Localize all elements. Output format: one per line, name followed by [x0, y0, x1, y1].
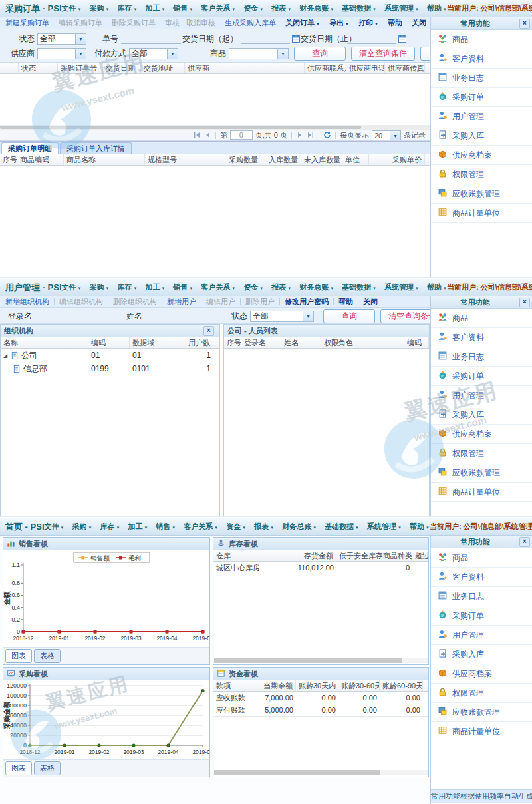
column-header[interactable]: 规格型号 — [145, 154, 219, 165]
toolbar-button[interactable]: 生成采购入库单 — [221, 18, 279, 28]
menu-item[interactable]: 文件 — [62, 3, 82, 13]
first-page-icon[interactable] — [193, 131, 201, 139]
prev-page-icon[interactable] — [203, 131, 211, 139]
toolbar-button[interactable]: 新增组织机构 — [2, 297, 53, 307]
column-header[interactable]: 权限角色 — [321, 337, 404, 348]
sidebar-item[interactable]: 商品计量单位 — [431, 483, 532, 502]
sidebar-item[interactable]: 采购订单 — [431, 606, 532, 626]
sidebar-item[interactable]: 商品计量单位 — [431, 722, 532, 741]
menu-item[interactable]: 资金 — [243, 282, 263, 292]
menu-item[interactable]: 采购 — [89, 282, 109, 292]
toolbar-button[interactable]: 导出 — [326, 18, 352, 28]
column-header[interactable]: 当期余额 — [253, 680, 296, 691]
per-page-select[interactable]: 20 — [372, 130, 401, 140]
menu-item[interactable]: 帮助 — [427, 3, 447, 13]
column-header[interactable]: 账龄30-60天 — [338, 680, 380, 691]
column-header[interactable]: 编码 — [404, 337, 429, 348]
column-header[interactable]: 商品编码 — [17, 154, 64, 165]
menu-item[interactable]: 客户关系 — [201, 282, 235, 292]
column-header[interactable]: 用户数 — [172, 337, 213, 348]
scrollbar-thumb[interactable] — [0, 126, 361, 129]
column-header[interactable]: 账龄30天内 — [296, 680, 338, 691]
sidebar-item[interactable]: 采购订单 — [431, 88, 532, 107]
column-header[interactable]: 数据域 — [130, 337, 172, 348]
search-button[interactable]: 查询 — [323, 309, 375, 323]
column-header[interactable]: 交货地址 — [141, 63, 185, 73]
menu-item[interactable]: 财务总账 — [282, 522, 317, 532]
toolbar-button[interactable]: 新增用户 — [164, 297, 200, 307]
column-header[interactable]: 供应商 — [185, 63, 305, 73]
sidebar-item[interactable]: 应收账款管理 — [431, 463, 532, 483]
product-select[interactable] — [229, 48, 289, 59]
toolbar-button[interactable]: 关闭 — [408, 18, 430, 28]
sidebar-item[interactable]: 客户资料 — [431, 49, 532, 69]
menu-item[interactable]: 加工 — [145, 282, 165, 292]
column-header[interactable]: 序号 — [224, 337, 241, 348]
tree-expand-icon[interactable] — [3, 353, 11, 359]
menu-item[interactable]: 加工 — [145, 3, 165, 13]
status-select[interactable]: 全部 — [250, 311, 314, 322]
clear-query-button[interactable]: 清空查询条件 — [351, 47, 415, 61]
sidebar-item[interactable]: 用户管理 — [431, 107, 532, 126]
column-header[interactable]: 采购数量 — [219, 154, 261, 165]
column-header[interactable]: 低于安全库存商品种类数 — [336, 550, 412, 561]
menu-item[interactable]: 基础数据 — [342, 282, 376, 292]
sidebar-item[interactable]: 权限管理 — [431, 165, 532, 184]
table-row[interactable]: 应收账款7,000.000.000.000.00 — [213, 692, 428, 704]
close-icon[interactable] — [519, 537, 530, 547]
date-to-input[interactable] — [347, 33, 396, 44]
menu-item[interactable]: 报表 — [271, 3, 291, 13]
toolbar-button[interactable]: 帮助 — [335, 297, 356, 307]
tab[interactable]: 表格 — [34, 761, 61, 775]
column-header[interactable]: 单位 — [342, 154, 369, 165]
sidebar-item[interactable]: 权限管理 — [431, 684, 532, 703]
tab[interactable]: 图表 — [5, 649, 32, 663]
scrollbar-thumb[interactable] — [214, 658, 402, 663]
next-page-icon[interactable] — [296, 131, 304, 139]
supplier-select[interactable] — [37, 48, 86, 59]
order-no-input[interactable] — [121, 33, 181, 44]
last-page-icon[interactable] — [307, 131, 315, 139]
menu-item[interactable]: 基础数据 — [342, 3, 376, 13]
column-header[interactable]: 姓名 — [281, 337, 321, 348]
menu-item[interactable]: 系统管理 — [384, 282, 419, 292]
column-header[interactable]: 供应商传真 — [385, 63, 425, 73]
menu-item[interactable]: 采购 — [72, 522, 92, 532]
login-input[interactable] — [35, 311, 98, 321]
close-icon[interactable] — [203, 326, 214, 336]
sidebar-item[interactable]: 供应商档案 — [431, 664, 532, 684]
column-header[interactable]: 入库数量 — [261, 154, 301, 165]
calendar-icon[interactable] — [398, 34, 407, 43]
scrollbar-thumb[interactable] — [214, 770, 380, 775]
toolbar-button[interactable]: 新建采购订单 — [2, 18, 53, 28]
payment-select[interactable]: 全部 — [129, 48, 178, 59]
column-header[interactable]: 仓库 — [213, 550, 283, 561]
column-header[interactable]: 商品名称 — [64, 154, 145, 165]
menu-item[interactable]: 加工 — [128, 522, 148, 532]
tab[interactable]: 采购订单明细 — [1, 142, 59, 154]
menu-item[interactable]: 文件 — [45, 522, 65, 532]
tree-row[interactable]: 公司01011 — [1, 349, 219, 362]
tab[interactable]: 采购订单入库详情 — [60, 142, 132, 154]
column-header[interactable]: 登录名 — [241, 337, 281, 348]
close-icon[interactable] — [519, 19, 530, 29]
menu-item[interactable]: 库存 — [117, 282, 137, 292]
sidebar-item[interactable]: 采购入库 — [431, 126, 532, 146]
menu-item[interactable]: 采购 — [89, 3, 109, 13]
menu-item[interactable]: 系统管理 — [367, 522, 402, 532]
menu-item[interactable]: 基础数据 — [325, 522, 359, 532]
menu-item[interactable]: 客户关系 — [184, 522, 218, 532]
toolbar-button[interactable]: 关闭 — [360, 297, 381, 307]
column-header[interactable]: 状态 — [19, 63, 58, 73]
tree-row[interactable]: 信息部019901011 — [1, 362, 219, 375]
menu-item[interactable]: 报表 — [254, 522, 274, 532]
calendar-icon[interactable] — [291, 34, 301, 43]
sidebar-item[interactable]: 业务日志 — [431, 587, 532, 606]
column-header[interactable]: 交货日期 — [103, 63, 141, 73]
menu-item[interactable]: 资金 — [226, 522, 246, 532]
refresh-icon[interactable] — [323, 131, 331, 139]
column-header[interactable]: 超过 — [412, 550, 428, 561]
menu-item[interactable]: 销售 — [156, 522, 176, 532]
column-header[interactable]: 款项 — [213, 680, 253, 691]
menu-item[interactable]: 帮助 — [410, 522, 430, 532]
